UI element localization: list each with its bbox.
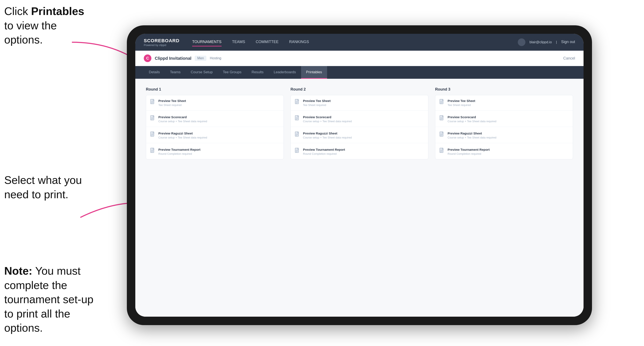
print-card-text-r3-2: Preview ScorecardCourse setup + Tee Shee… [448,115,568,123]
round-1-section: Round 1 Preview Tee SheetTee Sheet requi… [146,87,284,159]
document-icon-r3-2 [440,115,444,122]
print-card-sub-r1-2: Course setup + Tee Sheet data required [158,120,279,123]
round-2-cards: Preview Tee SheetTee Sheet required Prev… [290,95,428,159]
print-card-r2-1[interactable]: Preview Tee SheetTee Sheet required [291,95,428,111]
document-icon-r2-2 [295,115,300,122]
document-icon-r2-4 [295,148,300,155]
print-card-sub-r2-3: Course setup + Tee Sheet data required [303,136,424,139]
tournament-tag: Men [195,56,206,61]
document-icon-r2-1 [295,99,300,106]
instruction-middle: Select what you need to print. [4,173,93,202]
document-icon-r1-4 [150,148,155,155]
print-card-title-r2-1: Preview Tee Sheet [303,99,424,103]
note-keyword: Note: [4,265,32,277]
print-card-title-r2-3: Preview Raguzzi Sheet [303,132,424,135]
brand-title: SCOREBOARD [144,38,180,43]
print-card-title-r2-2: Preview Scorecard [303,115,424,119]
document-icon-r1-2 [150,115,155,122]
nav-teams[interactable]: TEAMS [232,38,245,46]
print-card-sub-r2-1: Tee Sheet required [303,103,424,107]
tab-printables[interactable]: Printables [301,66,327,79]
document-icon-r3-4 [440,148,444,155]
print-card-r1-1[interactable]: Preview Tee SheetTee Sheet required [146,95,284,111]
print-card-sub-r3-2: Course setup + Tee Sheet data required [448,120,568,123]
print-card-title-r1-1: Preview Tee Sheet [158,99,279,103]
sign-out-link[interactable]: Sign out [561,38,575,46]
instruction-top: Click Printables to view the options. [4,4,93,47]
print-card-r2-4[interactable]: Preview Tournament ReportRound Completio… [291,144,428,159]
nav-committee[interactable]: COMMITTEE [256,38,279,46]
rounds-grid: Round 1 Preview Tee SheetTee Sheet requi… [146,87,573,159]
cancel-button[interactable]: Cancel [563,56,575,61]
print-card-text-r2-1: Preview Tee SheetTee Sheet required [303,99,424,107]
tab-leaderboards[interactable]: Leaderboards [269,66,301,79]
round-3-cards: Preview Tee SheetTee Sheet required Prev… [435,95,573,159]
print-card-title-r3-1: Preview Tee Sheet [448,99,568,103]
print-card-r1-4[interactable]: Preview Tournament ReportRound Completio… [146,144,284,159]
round-1-title: Round 1 [146,87,284,92]
tournament-name: Clippd Invitational [155,56,191,61]
round-2-title: Round 2 [290,87,428,92]
tab-results[interactable]: Results [246,66,269,79]
round-1-cards: Preview Tee SheetTee Sheet required Prev… [146,95,284,159]
print-card-text-r2-4: Preview Tournament ReportRound Completio… [303,148,424,155]
tab-course-setup[interactable]: Course Setup [186,66,218,79]
tab-details[interactable]: Details [144,66,165,79]
print-card-text-r1-1: Preview Tee SheetTee Sheet required [158,99,279,107]
print-card-r3-1[interactable]: Preview Tee SheetTee Sheet required [435,95,573,111]
nav-rankings[interactable]: RANKINGS [289,38,309,46]
print-card-sub-r1-3: Course setup + Tee Sheet data required [158,136,279,139]
tournament-logo: C [144,54,152,62]
print-card-sub-r2-2: Course setup + Tee Sheet data required [303,120,424,123]
print-card-text-r1-3: Preview Raguzzi SheetCourse setup + Tee … [158,132,279,139]
round-2-section: Round 2 Preview Tee SheetTee Sheet requi… [290,87,428,159]
nav-tournaments[interactable]: TOURNAMENTS [192,38,222,46]
print-card-text-r2-3: Preview Raguzzi SheetCourse setup + Tee … [303,132,424,139]
user-avatar [518,38,526,46]
round-3-section: Round 3 Preview Tee SheetTee Sheet requi… [435,87,573,159]
print-card-sub-r3-1: Tee Sheet required [448,103,568,107]
print-card-title-r2-4: Preview Tournament Report [303,148,424,151]
print-card-sub-r3-3: Course setup + Tee Sheet data required [448,136,568,139]
main-content: Round 1 Preview Tee SheetTee Sheet requi… [135,79,584,317]
print-card-text-r1-2: Preview ScorecardCourse setup + Tee Shee… [158,115,279,123]
sub-navigation: Details Teams Course Setup Tee Groups Re… [135,66,584,79]
print-card-sub-r1-1: Tee Sheet required [158,103,279,107]
printables-keyword: Printables [31,5,84,17]
print-card-title-r1-4: Preview Tournament Report [158,148,279,151]
print-card-r2-2[interactable]: Preview ScorecardCourse setup + Tee Shee… [291,111,428,127]
print-card-text-r3-4: Preview Tournament ReportRound Completio… [448,148,568,155]
print-card-sub-r2-4: Round Completion required [303,152,424,155]
sign-out-separator: | [556,40,557,44]
print-card-sub-r1-4: Round Completion required [158,152,279,155]
print-card-title-r3-4: Preview Tournament Report [448,148,568,151]
print-card-text-r2-2: Preview ScorecardCourse setup + Tee Shee… [303,115,424,123]
print-card-r1-2[interactable]: Preview ScorecardCourse setup + Tee Shee… [146,111,284,127]
print-card-title-r1-3: Preview Raguzzi Sheet [158,132,279,135]
print-card-r3-4[interactable]: Preview Tournament ReportRound Completio… [435,144,573,159]
print-card-text-r1-4: Preview Tournament ReportRound Completio… [158,148,279,155]
print-card-r3-3[interactable]: Preview Raguzzi SheetCourse setup + Tee … [435,128,573,143]
instruction-bottom: Note: You must complete the tournament s… [4,264,102,335]
document-icon-r2-3 [295,132,300,138]
brand: SCOREBOARD Powered by clippd [144,38,180,47]
print-card-r2-3[interactable]: Preview Raguzzi SheetCourse setup + Tee … [291,128,428,143]
print-card-r3-2[interactable]: Preview ScorecardCourse setup + Tee Shee… [435,111,573,127]
top-navigation: SCOREBOARD Powered by clippd TOURNAMENTS… [135,34,584,51]
tablet-device: SCOREBOARD Powered by clippd TOURNAMENTS… [127,25,592,325]
hosting-label: Hosting [210,56,221,60]
print-card-title-r1-2: Preview Scorecard [158,115,279,119]
tournament-header: C Clippd Invitational Men Hosting Cancel [135,51,584,66]
print-card-r1-3[interactable]: Preview Raguzzi SheetCourse setup + Tee … [146,128,284,143]
tab-teams[interactable]: Teams [165,66,186,79]
document-icon-r3-1 [440,99,444,106]
tab-tee-groups[interactable]: Tee Groups [218,66,246,79]
document-icon-r1-1 [150,99,155,106]
user-email: blair@clippd.io [530,40,552,44]
tournament-info: C Clippd Invitational Men Hosting [144,54,221,62]
round-3-title: Round 3 [435,87,573,92]
brand-subtitle: Powered by clippd [144,43,180,47]
print-card-title-r3-2: Preview Scorecard [448,115,568,119]
print-card-text-r3-3: Preview Raguzzi SheetCourse setup + Tee … [448,132,568,139]
top-nav-right: blair@clippd.io | Sign out [518,38,575,46]
